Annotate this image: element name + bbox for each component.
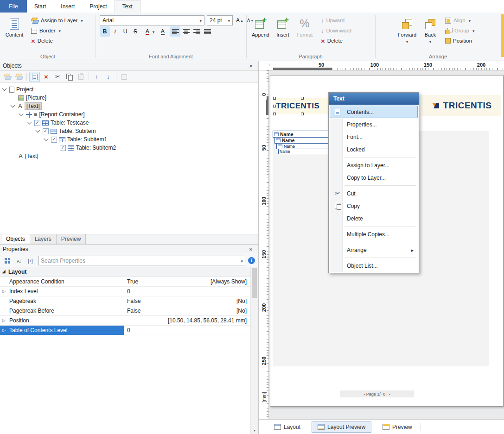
expand-all-button[interactable] [25, 256, 36, 265]
sort-alphabetical-button[interactable] [13, 256, 24, 265]
property-row-position[interactable]: Position [10.50, 14.85, 56.05, 28.41 mm] [0, 316, 250, 326]
categorized-view-button[interactable] [2, 256, 13, 265]
resize-handle[interactable] [301, 113, 304, 115]
tab-objects[interactable]: Objects [1, 234, 30, 244]
tab-project[interactable]: Project [82, 0, 114, 13]
tree-item-table-subitem[interactable]: Table: Subitem [0, 127, 258, 135]
expander-icon[interactable] [2, 86, 7, 91]
copy-button[interactable] [64, 72, 75, 82]
menu-item-assign-to-layer[interactable]: Assign to Layer... [330, 159, 418, 171]
property-row-pagebreak-before[interactable]: Pagebreak Before False [No] [0, 306, 250, 316]
cut-button[interactable] [52, 72, 63, 82]
menu-item-properties[interactable]: Properties... [330, 118, 418, 131]
resize-handle[interactable] [301, 97, 304, 100]
tree-item-table-subitem2[interactable]: Table: Subitem2 [0, 144, 258, 152]
new-layer-button[interactable] [2, 72, 13, 82]
tree-item-project[interactable]: Project [0, 85, 258, 94]
menu-item-cut[interactable]: Cut [330, 187, 418, 200]
resize-handle[interactable] [273, 113, 276, 115]
menu-item-font[interactable]: Font... [330, 131, 418, 143]
checkbox-checked-icon[interactable] [34, 120, 40, 126]
delete-object-button[interactable]: Delete [29, 36, 75, 46]
menu-item-object-list[interactable]: Object List... [330, 259, 418, 272]
delete-object-button[interactable] [41, 72, 51, 82]
checkbox-checked-icon[interactable] [51, 137, 57, 143]
property-row-pagebreak[interactable]: Pagebreak False [No] [0, 296, 250, 306]
expander-icon[interactable] [27, 120, 32, 124]
back-button[interactable]: Back [420, 14, 440, 50]
italic-button[interactable]: I [110, 26, 120, 37]
menu-item-copy-to-layer[interactable]: Copy to Layer... [330, 171, 418, 184]
scroll-down-button[interactable] [251, 427, 258, 434]
align-left-button[interactable] [170, 26, 180, 37]
menu-item-multiple-copies[interactable]: Multiple Copies... [330, 228, 418, 240]
format-paragraph-button[interactable]: Format [294, 14, 315, 50]
delete-paragraph-button[interactable]: Delete [319, 36, 370, 46]
tab-preview[interactable]: Preview [56, 234, 86, 244]
menu-item-delete[interactable]: Delete [330, 212, 418, 225]
move-down-button[interactable] [103, 72, 114, 82]
selected-text-object[interactable]: TRICENTIS [273, 97, 332, 115]
bold-button[interactable]: B [100, 26, 110, 37]
align-objects-button[interactable]: Align [443, 15, 498, 25]
move-paragraph-down-button[interactable]: Downward [319, 25, 370, 36]
properties-scrollbar[interactable] [250, 267, 258, 434]
expander-icon[interactable] [11, 103, 15, 107]
tab-preview[interactable]: Preview [376, 421, 418, 433]
strikethrough-button[interactable]: S [130, 26, 140, 37]
forward-button[interactable]: Forward [395, 14, 419, 50]
tab-text[interactable]: Text [115, 0, 140, 13]
checkbox-checked-icon[interactable] [60, 145, 66, 151]
menu-item-arrange[interactable]: Arrange [330, 244, 418, 256]
group-objects-button[interactable]: Group [443, 25, 498, 36]
tab-layers[interactable]: Layers [30, 234, 57, 244]
move-paragraph-up-button[interactable]: Upward [319, 15, 370, 25]
append-paragraph-button[interactable]: Append [249, 14, 272, 50]
property-row-toc-level[interactable]: Table of Contents Level 0 [0, 326, 250, 335]
border-button[interactable]: Border [29, 25, 75, 36]
tree-item-text2[interactable]: A [Text] [0, 152, 258, 160]
grow-font-button[interactable]: A▲ [235, 15, 245, 25]
logo-object[interactable]: TRICENTIS [421, 95, 501, 116]
position-button[interactable]: Position [443, 36, 498, 46]
scrollbar-thumb[interactable] [252, 268, 257, 298]
chevron-down-icon[interactable] [241, 258, 243, 264]
expander-icon[interactable] [36, 128, 40, 132]
font-color-button[interactable]: A [143, 26, 157, 37]
font-size-combo[interactable]: 24 pt [207, 15, 233, 25]
align-right-button[interactable] [191, 26, 202, 37]
tab-layout[interactable]: Layout [268, 421, 306, 433]
edit-layers-button[interactable] [13, 72, 24, 82]
menu-item-contents[interactable]: Contents... [330, 106, 418, 118]
category-expander-icon[interactable] [2, 269, 6, 274]
expander-icon[interactable] [19, 111, 24, 116]
tab-start[interactable]: Start [27, 0, 53, 13]
expander-icon[interactable] [44, 136, 49, 141]
tab-order-button[interactable] [119, 72, 129, 82]
content-button[interactable]: Content [2, 14, 26, 50]
paste-button[interactable] [76, 72, 86, 82]
property-row-appearance-condition[interactable]: Appearance Condition True [Always Show] [0, 277, 250, 287]
tab-file[interactable]: File [0, 0, 27, 13]
assign-to-layer-button[interactable]: Assign to Layer [29, 15, 94, 25]
font-name-combo[interactable]: Arial [100, 15, 204, 25]
tree-item-table-testcase[interactable]: Table: Testcase [0, 119, 258, 127]
close-icon[interactable] [247, 246, 255, 253]
info-icon[interactable] [248, 257, 255, 264]
tree-item-text-selected[interactable]: A [Text] [0, 102, 258, 110]
property-search-input[interactable] [41, 258, 241, 264]
expand-icon[interactable] [2, 318, 6, 323]
text-object-body[interactable]: TRICENTIS [274, 98, 330, 114]
resize-handle[interactable] [273, 97, 276, 100]
close-icon[interactable] [247, 63, 255, 69]
align-center-button[interactable] [181, 26, 191, 37]
tree-item-report-container[interactable]: [Report Container] [0, 110, 258, 119]
category-row-layout[interactable]: Layout [0, 267, 250, 277]
tree-item-picture[interactable]: [Picture] [0, 94, 258, 102]
underline-button[interactable]: U [120, 26, 130, 37]
justify-button[interactable] [202, 26, 212, 37]
expand-icon[interactable] [2, 328, 6, 333]
expand-icon[interactable] [2, 289, 6, 294]
highlight-color-button[interactable]: A [159, 26, 167, 37]
property-row-index-level[interactable]: Index Level 0 [0, 287, 250, 296]
